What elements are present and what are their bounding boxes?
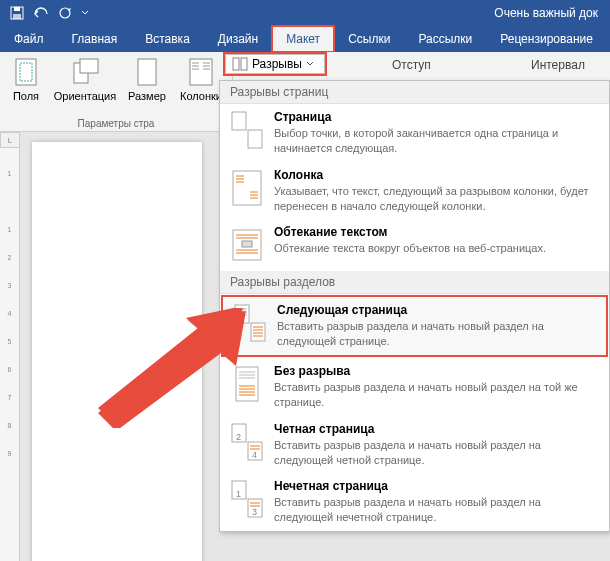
tab-references[interactable]: Ссылки	[334, 26, 404, 52]
svg-rect-37	[251, 323, 265, 341]
svg-text:4: 4	[252, 450, 257, 460]
svg-rect-7	[80, 59, 98, 73]
next-page-section-icon	[233, 303, 267, 343]
item-title: Обтекание текстом	[274, 225, 599, 239]
break-option-page[interactable]: СтраницаВыбор точки, в которой заканчива…	[220, 104, 609, 162]
undo-icon	[34, 6, 48, 20]
breaks-label: Разрывы	[252, 57, 302, 71]
even-page-section-icon: 24	[230, 422, 264, 462]
item-title: Колонка	[274, 168, 599, 182]
qat-dropdown[interactable]	[78, 2, 92, 24]
odd-page-section-icon: 13	[230, 479, 264, 519]
size-label: Размер	[128, 90, 166, 102]
tab-layout[interactable]: Макет	[272, 26, 334, 52]
item-desc: Обтекание текста вокруг объектов на веб-…	[274, 241, 599, 256]
svg-text:3: 3	[252, 507, 257, 517]
undo-button[interactable]	[30, 2, 52, 24]
title-bar: Очень важный док	[0, 0, 610, 26]
break-option-column[interactable]: КолонкаУказывает, что текст, следующий з…	[220, 162, 609, 220]
svg-rect-2	[13, 14, 21, 19]
columns-icon	[188, 57, 214, 87]
tab-insert[interactable]: Вставка	[131, 26, 204, 52]
svg-rect-8	[138, 59, 156, 85]
item-desc: Вставить разрыв раздела и начать новый р…	[274, 495, 599, 525]
size-icon	[135, 57, 159, 87]
break-option-text-wrap[interactable]: Обтекание текстомОбтекание текста вокруг…	[220, 219, 609, 271]
item-desc: Вставить разрыв раздела и начать новый р…	[277, 319, 596, 349]
item-desc: Вставить разрыв раздела и начать новый р…	[274, 380, 599, 410]
chevron-down-icon	[81, 9, 89, 17]
section-breaks-header: Разрывы разделов	[220, 271, 609, 294]
page-breaks-header: Разрывы страниц	[220, 81, 609, 104]
save-button[interactable]	[6, 2, 28, 24]
svg-rect-17	[241, 58, 247, 70]
svg-rect-32	[242, 241, 252, 247]
orientation-label: Ориентация	[54, 90, 116, 102]
continuous-section-icon	[230, 364, 264, 404]
svg-rect-19	[248, 130, 262, 148]
columns-label: Колонки	[180, 90, 222, 102]
chevron-down-icon	[306, 61, 314, 67]
svg-rect-16	[233, 58, 239, 70]
page-break-icon	[230, 110, 264, 150]
tab-file[interactable]: Файл	[0, 26, 58, 52]
item-title: Следующая страница	[277, 303, 596, 317]
svg-text:2: 2	[236, 432, 241, 442]
svg-rect-1	[14, 7, 20, 11]
page-setup-group-label: Параметры стра	[6, 118, 226, 129]
margins-button[interactable]: Поля	[6, 56, 46, 118]
breaks-dropdown: Разрывы страниц СтраницаВыбор точки, в к…	[219, 80, 610, 532]
break-option-even-page[interactable]: 24 Четная страницаВставить разрыв раздел…	[220, 416, 609, 474]
tab-review[interactable]: Рецензирование	[486, 26, 607, 52]
document-page[interactable]	[32, 142, 202, 561]
ruler-corner: L	[0, 132, 20, 148]
margins-icon	[12, 57, 40, 87]
text-wrap-icon	[230, 225, 264, 265]
orientation-button[interactable]: Ориентация	[52, 56, 118, 118]
item-desc: Вставить разрыв раздела и начать новый р…	[274, 438, 599, 468]
vertical-ruler: 21123456789	[0, 132, 20, 561]
column-break-icon	[230, 168, 264, 208]
tab-home[interactable]: Главная	[58, 26, 132, 52]
orientation-icon	[70, 57, 100, 87]
break-option-next-page[interactable]: ▶ Следующая страницаВставить разрыв разд…	[221, 295, 608, 357]
breaks-icon	[232, 57, 248, 71]
svg-rect-33	[235, 305, 249, 323]
window-title: Очень важный док	[92, 6, 604, 20]
break-option-odd-page[interactable]: 13 Нечетная страницаВставить разрыв разд…	[220, 473, 609, 531]
indent-label: Отступ	[392, 58, 431, 72]
redo-button[interactable]	[54, 2, 76, 24]
item-title: Четная страница	[274, 422, 599, 436]
margins-label: Поля	[13, 90, 39, 102]
quick-access-toolbar	[6, 2, 92, 24]
save-icon	[10, 6, 24, 20]
item-desc: Выбор точки, в которой заканчивается одн…	[274, 126, 599, 156]
item-desc: Указывает, что текст, следующий за разры…	[274, 184, 599, 214]
breaks-button[interactable]: Разрывы	[225, 54, 325, 74]
svg-rect-18	[232, 112, 246, 130]
ribbon-tabs: Файл Главная Вставка Дизайн Макет Ссылки…	[0, 26, 610, 52]
item-title: Без разрыва	[274, 364, 599, 378]
svg-text:1: 1	[236, 489, 241, 499]
item-title: Нечетная страница	[274, 479, 599, 493]
break-option-continuous[interactable]: Без разрываВставить разрыв раздела и нач…	[220, 358, 609, 416]
size-button[interactable]: Размер	[124, 56, 170, 118]
page-setup-group: Поля Ориентация Размер Колонки Параметры…	[0, 52, 233, 131]
tab-design[interactable]: Дизайн	[204, 26, 272, 52]
selection-indicator-icon: ▶	[213, 321, 221, 332]
tab-mailings[interactable]: Рассылки	[404, 26, 486, 52]
redo-icon	[58, 6, 72, 20]
item-title: Страница	[274, 110, 599, 124]
spacing-label: Интервал	[531, 58, 585, 72]
